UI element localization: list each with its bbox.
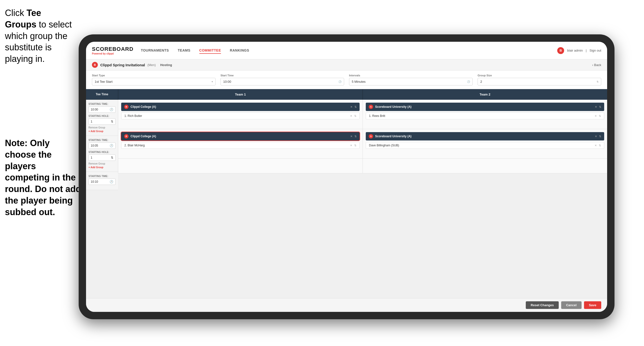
tee-group-row-1: B Clippd College (A) ✕ ⇅ (118, 100, 607, 129)
team-name-1-1: Clippd College (A) (130, 105, 156, 108)
team-entry-1-2[interactable]: S Scoreboard University (A) ✕ ⇅ (366, 103, 604, 111)
starting-time-input-2[interactable]: 10:05 🕐 (88, 142, 116, 149)
close-icon-player-3[interactable]: ✕ (350, 144, 352, 147)
instructions-text-pre: Click (5, 8, 26, 18)
stepper-icon-2: ⇅ (111, 156, 113, 159)
group-size-label: Group Size (478, 74, 601, 77)
tee-group-teams-2: B Clippd College (A) ✕ ⇅ (118, 129, 607, 158)
starting-hole-input-1[interactable]: 1 ⇅ (88, 118, 116, 125)
team-entry-2-1[interactable]: B Clippd College (A) ✕ ⇅ (121, 132, 360, 140)
start-type-label: Start Type (92, 74, 216, 77)
start-time-select[interactable]: 10:00 🕐 (220, 78, 344, 85)
chevron-icon-player-2[interactable]: ⇅ (599, 114, 601, 118)
tee-time-header: Tee Time (86, 89, 118, 100)
group-size-select[interactable]: 2 ⇅ (478, 78, 601, 85)
tee-groups-area: B Clippd College (A) ✕ ⇅ (118, 100, 607, 298)
cancel-button[interactable]: Cancel (561, 301, 582, 309)
close-icon-player-4[interactable]: ✕ (594, 144, 597, 147)
close-icon-player[interactable]: ✕ (350, 114, 352, 118)
footer-bar: Reset Changes Cancel Save (86, 298, 607, 312)
starting-time-input-1[interactable]: 10:00 🕐 (88, 106, 116, 113)
close-icon-4[interactable]: ✕ (595, 135, 597, 138)
start-type-select[interactable]: 1st Tee Start ▾ (92, 78, 216, 85)
close-icon-player-2[interactable]: ✕ (594, 114, 597, 118)
tee-group-sidebar-2: STARTING TIME: 10:05 🕐 STARTING HOLE: 1 … (86, 136, 118, 172)
add-group-btn-2[interactable]: + Add Group (88, 166, 116, 169)
close-icon-2[interactable]: ✕ (595, 105, 597, 108)
nav-committee[interactable]: COMMITTEE (199, 47, 221, 54)
close-icon-3[interactable]: ✕ (350, 135, 352, 138)
reset-changes-button[interactable]: Reset Changes (526, 301, 559, 309)
add-group-btn-1[interactable]: + Add Group (88, 130, 116, 133)
team-cell-2-1: B Clippd College (A) ✕ ⇅ (118, 129, 362, 158)
tee-group-teams-3 (118, 159, 607, 173)
navbar: SCOREBOARD Powered by clippd TOURNAMENTS… (86, 42, 607, 59)
chevron-icon-4[interactable]: ⇅ (599, 135, 601, 138)
remove-group-btn-2[interactable]: Remove Group (88, 162, 116, 165)
player-name-1-1: 1. Rich Butler (124, 114, 142, 118)
start-time-label: Start Time (220, 74, 344, 77)
save-button[interactable]: Save (584, 301, 601, 309)
breadcrumb-left: B Clippd Spring Invitational (Men) Hosti… (92, 62, 172, 68)
starting-time-label-3: STARTING TIME: (88, 175, 116, 178)
nav-rankings[interactable]: RANKINGS (230, 47, 249, 54)
chevron-down-icon: ▾ (212, 80, 213, 83)
player-entry-1-2[interactable]: 1. Rees Britt ✕ ⇅ (366, 112, 604, 119)
breadcrumb-gender: (Men) (148, 63, 156, 67)
config-row: Start Type 1st Tee Start ▾ Start Time 10… (86, 70, 607, 89)
team-entry-1-1[interactable]: B Clippd College (A) ✕ ⇅ (121, 103, 360, 111)
player-name-2-1: 2. Blair McHarg (124, 144, 145, 147)
breadcrumb-badge: B (92, 62, 98, 68)
team-cell-2-2: S Scoreboard University (A) ✕ ⇅ (362, 129, 607, 158)
tee-content: Team 1 Team 2 B (118, 89, 607, 298)
chevron-icon-player[interactable]: ⇅ (354, 114, 356, 118)
chevron-icon-3[interactable]: ⇅ (354, 135, 357, 138)
note-instructions: Note: Only choose the players competing … (5, 137, 81, 218)
nav-items: TOURNAMENTS TEAMS COMMITTEE RANKINGS (141, 47, 557, 54)
player-controls-1-2: ✕ ⇅ (594, 114, 601, 118)
chevron-up-down-icon: ⇅ (596, 80, 598, 83)
clock-icon-3: 🕐 (110, 108, 113, 111)
starting-hole-label-2: STARTING HOLE: (88, 151, 116, 153)
clock-icon-5: 🕐 (110, 180, 113, 183)
start-time-field: Start Time 10:00 🕐 (220, 74, 344, 85)
instructions-main: Click Tee Groups to select which group t… (5, 7, 74, 65)
team-badge-1-2: S (369, 105, 373, 109)
tee-group-teams-1: B Clippd College (A) ✕ ⇅ (118, 100, 607, 129)
user-label: blair admin (567, 49, 583, 52)
chevron-icon-2[interactable]: ⇅ (599, 105, 601, 108)
back-link[interactable]: ‹ Back (592, 63, 601, 67)
team-badge-2-1: B (124, 134, 128, 138)
nav-right: B blair admin | Sign out (557, 47, 601, 54)
logo-text: SCOREBOARD (92, 46, 134, 52)
remove-group-btn-1[interactable]: Remove Group (88, 126, 116, 129)
tee-group-sidebar-1: STARTING TIME: 10:00 🕐 STARTING HOLE: 1 … (86, 100, 118, 136)
team-name-1-2: Scoreboard University (A) (375, 105, 412, 108)
chevron-icon-player-4[interactable]: ⇅ (599, 144, 601, 147)
team-controls-2-2: ✕ ⇅ (595, 135, 601, 138)
close-icon[interactable]: ✕ (350, 105, 352, 108)
chevron-icon-player-3[interactable]: ⇅ (354, 144, 356, 147)
tee-sidebar: Tee Time STARTING TIME: 10:00 🕐 STARTING… (86, 89, 118, 298)
player-name-1-2: 1. Rees Britt (369, 114, 385, 118)
clock-icon-4: 🕐 (110, 144, 113, 147)
nav-tournaments[interactable]: TOURNAMENTS (141, 47, 169, 54)
logo-area: SCOREBOARD Powered by clippd (92, 46, 134, 55)
starting-time-input-3[interactable]: 10:10 🕐 (88, 179, 116, 185)
player-entry-2-1[interactable]: 2. Blair McHarg ✕ ⇅ (121, 142, 360, 149)
starting-hole-input-2[interactable]: 1 ⇅ (88, 154, 116, 161)
player-entry-1-1[interactable]: 1. Rich Butler ✕ ⇅ (121, 112, 360, 119)
intervals-select[interactable]: 5 Minutes 🕐 (349, 78, 473, 85)
chevron-up-icon[interactable]: ⇅ (354, 105, 357, 108)
team-controls-1-1: ✕ ⇅ (350, 105, 357, 108)
team-cell-3-1 (118, 159, 362, 173)
team-name-2-2: Scoreboard University (A) (375, 135, 412, 138)
team-entry-2-2[interactable]: S Scoreboard University (A) ✕ ⇅ (366, 132, 604, 140)
avatar: B (557, 47, 564, 54)
signout-link[interactable]: Sign out (590, 49, 601, 52)
nav-teams[interactable]: TEAMS (178, 47, 190, 54)
clock-icon-2: 🕐 (467, 80, 470, 83)
player-controls-1-1: ✕ ⇅ (350, 114, 356, 118)
player-entry-2-2[interactable]: Dave Billingham (SUB) ✕ ⇅ (366, 142, 604, 149)
team-header-1: Team 1 (118, 89, 362, 100)
